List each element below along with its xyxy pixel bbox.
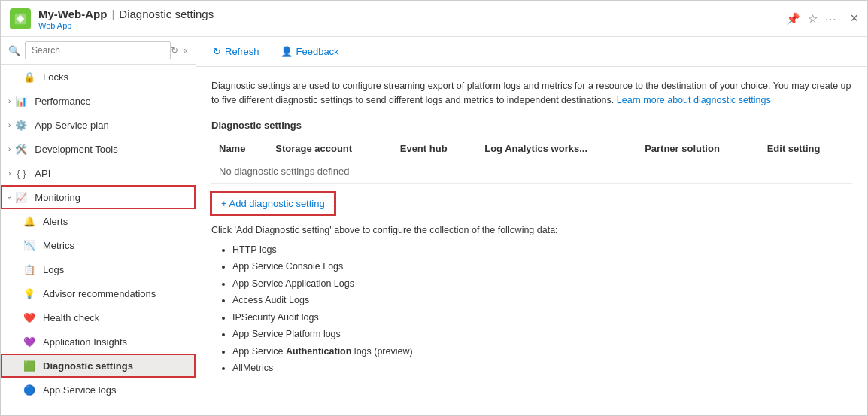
nav-item-alerts[interactable]: 🔔 Alerts — [1, 209, 196, 233]
toolbar: ↻ Refresh 👤 Feedback — [196, 37, 867, 67]
nav-label-application-insights: Application Insights — [43, 336, 127, 348]
nav-label-metrics: Metrics — [43, 240, 74, 251]
click-info-text: Click 'Add Diagnostic setting' above to … — [211, 225, 852, 235]
nav-label-advisor: Advisor recommendations — [43, 288, 156, 299]
nav-item-monitoring[interactable]: › 📈 Monitoring — [1, 185, 196, 209]
section-title: Diagnostic settings — [211, 120, 852, 131]
monitoring-icon: 📈 — [14, 190, 29, 205]
nav-item-app-service-plan[interactable]: › ⚙️ App Service plan — [1, 113, 196, 137]
app-subtitle: Web App — [38, 21, 214, 30]
chevron-icon: › — [8, 121, 11, 129]
advisor-icon: 💡 — [22, 286, 37, 301]
diagnostic-icon: 🟩 — [22, 358, 37, 373]
refresh-button[interactable]: ↻ Refresh — [208, 43, 264, 60]
info-text: Diagnostic settings are used to configur… — [211, 79, 852, 108]
nav-label-development-tools: Development Tools — [35, 144, 117, 155]
nav-label-monitoring: Monitoring — [35, 192, 80, 203]
table-header: Name Storage account Event hub Log Analy… — [211, 138, 852, 159]
title-bar-actions: 📌 ☆ ··· × — [786, 11, 858, 26]
nav-label-api: API — [35, 168, 50, 179]
nav-label-app-service-plan: App Service plan — [35, 120, 108, 131]
servicelogs-icon: 🔵 — [22, 382, 37, 397]
nav-item-performance[interactable]: › 📊 Performance — [1, 89, 196, 113]
title-name-group: My-Web-App | Diagnostic settings Web App — [38, 8, 214, 30]
list-item: AllMetrics — [232, 360, 852, 377]
close-button[interactable]: × — [850, 11, 858, 26]
main-layout: 🔍 ↻ « 🔒 Locks › 📊 Performance › ⚙️ A — [1, 37, 867, 415]
nav-item-advisor-recommendations[interactable]: 💡 Advisor recommendations — [1, 281, 196, 305]
content-area: ↻ Refresh 👤 Feedback Diagnostic settings… — [196, 37, 867, 415]
nav-label-diagnostic-settings: Diagnostic settings — [43, 360, 133, 372]
api-icon: { } — [14, 165, 29, 181]
lock-icon: 🔒 — [22, 69, 37, 84]
chevron-icon: › — [8, 145, 11, 153]
nav-label-locks: Locks — [43, 71, 68, 83]
list-item: App Service Platform logs — [232, 326, 852, 343]
chevron-expanded-icon: › — [5, 196, 14, 198]
app-icon — [10, 8, 31, 29]
nav-item-application-insights[interactable]: 💜 Application Insights — [1, 329, 196, 354]
more-icon[interactable]: ··· — [825, 12, 837, 25]
window: My-Web-App | Diagnostic settings Web App… — [0, 0, 868, 416]
content-body: Diagnostic settings are used to configur… — [196, 67, 867, 389]
alerts-icon: 🔔 — [22, 214, 37, 229]
search-input[interactable] — [25, 41, 171, 59]
title-bar: My-Web-App | Diagnostic settings Web App… — [1, 1, 867, 37]
page-title: Diagnostic settings — [119, 8, 214, 20]
list-item: App Service Console Logs — [232, 258, 852, 275]
list-item: App Service Authentication logs (preview… — [232, 343, 852, 360]
sidebar-refresh-icon[interactable]: ↻ — [171, 45, 178, 56]
learn-more-link[interactable]: Learn more about diagnostic settings — [617, 95, 771, 105]
feedback-button[interactable]: 👤 Feedback — [276, 43, 344, 60]
chevron-icon: › — [8, 97, 11, 105]
list-item: HTTP logs — [232, 241, 852, 259]
feedback-label: Feedback — [296, 46, 339, 57]
nav-item-development-tools[interactable]: › 🛠️ Development Tools — [1, 137, 196, 161]
nav-item-metrics[interactable]: 📉 Metrics — [1, 233, 196, 257]
svg-point-1 — [18, 17, 22, 20]
col-eventhub: Event hub — [393, 138, 478, 159]
sidebar: 🔍 ↻ « 🔒 Locks › 📊 Performance › ⚙️ A — [1, 37, 196, 415]
nav-item-api[interactable]: › { } API — [1, 161, 196, 185]
nav-label-app-service-logs: App Service logs — [43, 384, 117, 396]
add-diagnostic-button[interactable]: + Add diagnostic setting — [211, 193, 335, 214]
col-loganalytics: Log Analytics works... — [477, 138, 637, 159]
logs-icon: 📋 — [22, 262, 37, 277]
list-item: App Service Application Logs — [232, 275, 852, 293]
insights-icon: 💜 — [22, 334, 37, 349]
search-icon: 🔍 — [8, 45, 20, 56]
nav-item-diagnostic-settings[interactable]: 🟩 Diagnostic settings — [1, 354, 196, 378]
sidebar-controls: ↻ « — [171, 45, 188, 56]
nav-item-health-check[interactable]: ❤️ Health check — [1, 305, 196, 329]
bullet-list: HTTP logs App Service Console Logs App S… — [211, 241, 852, 377]
list-item: Access Audit Logs — [232, 292, 852, 309]
col-name: Name — [211, 138, 268, 159]
performance-icon: 📊 — [14, 93, 29, 108]
nav-label-health-check: Health check — [43, 312, 99, 323]
sidebar-collapse-icon[interactable]: « — [183, 45, 188, 56]
nav-label-alerts: Alerts — [43, 216, 68, 227]
nav-label-logs: Logs — [43, 264, 64, 275]
add-diagnostic-label: + Add diagnostic setting — [221, 198, 325, 209]
title-separator: | — [111, 8, 114, 20]
feedback-icon: 👤 — [281, 46, 293, 57]
app-name: My-Web-App — [38, 8, 107, 20]
pin-icon[interactable]: 📌 — [786, 12, 800, 26]
nav-item-app-service-logs[interactable]: 🔵 App Service logs — [1, 378, 196, 402]
refresh-icon: ↻ — [213, 46, 221, 57]
star-icon[interactable]: ☆ — [808, 12, 818, 26]
tools-icon: 🛠️ — [14, 141, 29, 156]
diagnostic-table: Name Storage account Event hub Log Analy… — [211, 138, 852, 184]
nav-item-logs[interactable]: 📋 Logs — [1, 257, 196, 281]
nav-item-locks[interactable]: 🔒 Locks — [1, 65, 196, 89]
col-partner: Partner solution — [637, 138, 760, 159]
chevron-icon: › — [8, 169, 11, 178]
col-storage: Storage account — [268, 138, 392, 159]
search-box: 🔍 ↻ « — [1, 37, 196, 65]
health-icon: ❤️ — [22, 310, 37, 325]
table-empty-row: No diagnostic settings defined — [211, 159, 852, 183]
empty-message: No diagnostic settings defined — [211, 159, 852, 183]
metrics-icon: 📉 — [22, 238, 37, 253]
list-item: IPSecurity Audit logs — [232, 309, 852, 326]
nav-label-performance: Performance — [35, 96, 90, 107]
